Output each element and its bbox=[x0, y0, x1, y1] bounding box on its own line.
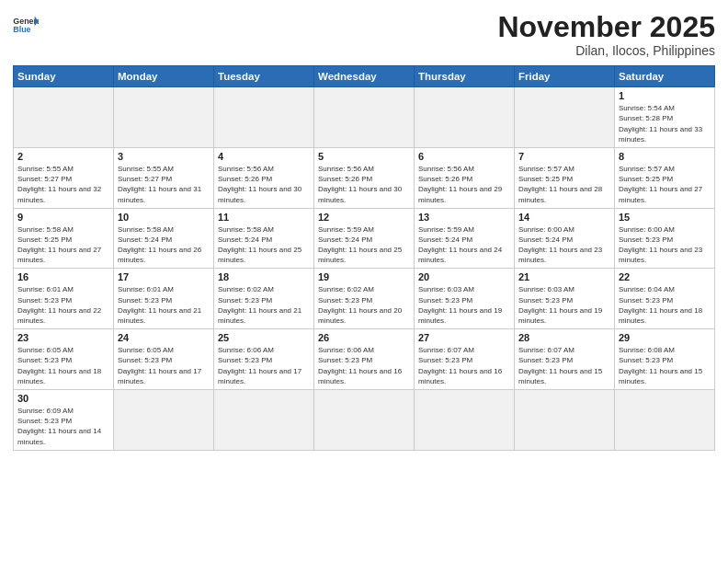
location-subtitle: Dilan, Ilocos, Philippines bbox=[497, 43, 715, 58]
day-3: 3 Sunrise: 5:55 AMSunset: 5:27 PMDayligh… bbox=[114, 147, 214, 208]
day-empty bbox=[314, 87, 415, 148]
day-8: 8 Sunrise: 5:57 AMSunset: 5:25 PMDayligh… bbox=[615, 147, 715, 208]
header-saturday: Saturday bbox=[615, 66, 715, 87]
day-empty bbox=[415, 87, 515, 148]
week-row-3: 9 Sunrise: 5:58 AMSunset: 5:25 PMDayligh… bbox=[14, 208, 715, 269]
week-row-5: 23 Sunrise: 6:05 AMSunset: 5:23 PMDaylig… bbox=[14, 329, 715, 390]
header-wednesday: Wednesday bbox=[314, 66, 415, 87]
day-29: 29 Sunrise: 6:08 AMSunset: 5:23 PMDaylig… bbox=[615, 329, 715, 390]
page: General Blue November 2025 Dilan, Ilocos… bbox=[0, 0, 728, 563]
day-24: 24 Sunrise: 6:05 AMSunset: 5:23 PMDaylig… bbox=[114, 329, 214, 390]
day-15: 15 Sunrise: 6:00 AMSunset: 5:23 PMDaylig… bbox=[615, 208, 715, 269]
day-28: 28 Sunrise: 6:07 AMSunset: 5:23 PMDaylig… bbox=[515, 329, 615, 390]
svg-text:Blue: Blue bbox=[13, 25, 30, 34]
header-tuesday: Tuesday bbox=[214, 66, 314, 87]
day-5: 5 Sunrise: 5:56 AMSunset: 5:26 PMDayligh… bbox=[314, 147, 415, 208]
week-row-6: 30 Sunrise: 6:09 AMSunset: 5:23 PMDaylig… bbox=[14, 389, 715, 450]
weekday-header-row: Sunday Monday Tuesday Wednesday Thursday… bbox=[14, 66, 715, 87]
day-empty bbox=[114, 87, 214, 148]
day-20: 20 Sunrise: 6:03 AMSunset: 5:23 PMDaylig… bbox=[415, 269, 515, 329]
day-21: 21 Sunrise: 6:03 AMSunset: 5:23 PMDaylig… bbox=[515, 269, 615, 329]
calendar-table: Sunday Monday Tuesday Wednesday Thursday… bbox=[13, 65, 715, 451]
day-7: 7 Sunrise: 5:57 AMSunset: 5:25 PMDayligh… bbox=[515, 147, 615, 208]
day-18: 18 Sunrise: 6:02 AMSunset: 5:23 PMDaylig… bbox=[214, 269, 314, 329]
header-friday: Friday bbox=[515, 66, 615, 87]
header-sunday: Sunday bbox=[14, 66, 114, 87]
month-year-title: November 2025 bbox=[497, 11, 715, 43]
day-12: 12 Sunrise: 5:59 AMSunset: 5:24 PMDaylig… bbox=[314, 208, 415, 269]
logo-icon: General Blue bbox=[13, 15, 39, 35]
week-row-1: 1 Sunrise: 5:54 AM Sunset: 5:28 PM Dayli… bbox=[14, 87, 715, 148]
day-14: 14 Sunrise: 6:00 AMSunset: 5:24 PMDaylig… bbox=[515, 208, 615, 269]
day-13: 13 Sunrise: 5:59 AMSunset: 5:24 PMDaylig… bbox=[415, 208, 515, 269]
header: General Blue November 2025 Dilan, Ilocos… bbox=[13, 11, 715, 58]
day-19: 19 Sunrise: 6:02 AMSunset: 5:23 PMDaylig… bbox=[314, 269, 415, 329]
week-row-4: 16 Sunrise: 6:01 AMSunset: 5:23 PMDaylig… bbox=[14, 269, 715, 329]
day-22: 22 Sunrise: 6:04 AMSunset: 5:23 PMDaylig… bbox=[615, 269, 715, 329]
day-9: 9 Sunrise: 5:58 AMSunset: 5:25 PMDayligh… bbox=[14, 208, 114, 269]
title-block: November 2025 Dilan, Ilocos, Philippines bbox=[497, 11, 715, 58]
day-4: 4 Sunrise: 5:56 AMSunset: 5:26 PMDayligh… bbox=[214, 147, 314, 208]
header-monday: Monday bbox=[114, 66, 214, 87]
day-23: 23 Sunrise: 6:05 AMSunset: 5:23 PMDaylig… bbox=[14, 329, 114, 390]
day-2: 2 Sunrise: 5:55 AMSunset: 5:27 PMDayligh… bbox=[14, 147, 114, 208]
day-6: 6 Sunrise: 5:56 AMSunset: 5:26 PMDayligh… bbox=[415, 147, 515, 208]
day-30: 30 Sunrise: 6:09 AMSunset: 5:23 PMDaylig… bbox=[14, 389, 114, 450]
day-empty bbox=[214, 389, 314, 450]
header-thursday: Thursday bbox=[415, 66, 515, 87]
day-empty bbox=[615, 389, 715, 450]
day-empty bbox=[14, 87, 114, 148]
day-17: 17 Sunrise: 6:01 AMSunset: 5:23 PMDaylig… bbox=[114, 269, 214, 329]
day-empty bbox=[415, 389, 515, 450]
day-empty bbox=[314, 389, 415, 450]
day-27: 27 Sunrise: 6:07 AMSunset: 5:23 PMDaylig… bbox=[415, 329, 515, 390]
day-26: 26 Sunrise: 6:06 AMSunset: 5:23 PMDaylig… bbox=[314, 329, 415, 390]
day-10: 10 Sunrise: 5:58 AMSunset: 5:24 PMDaylig… bbox=[114, 208, 214, 269]
day-1: 1 Sunrise: 5:54 AM Sunset: 5:28 PM Dayli… bbox=[615, 87, 715, 148]
day-empty bbox=[515, 389, 615, 450]
day-11: 11 Sunrise: 5:58 AMSunset: 5:24 PMDaylig… bbox=[214, 208, 314, 269]
day-empty bbox=[214, 87, 314, 148]
day-25: 25 Sunrise: 6:06 AMSunset: 5:23 PMDaylig… bbox=[214, 329, 314, 390]
day-16: 16 Sunrise: 6:01 AMSunset: 5:23 PMDaylig… bbox=[14, 269, 114, 329]
logo: General Blue bbox=[13, 15, 39, 35]
day-empty bbox=[114, 389, 214, 450]
day-empty bbox=[515, 87, 615, 148]
week-row-2: 2 Sunrise: 5:55 AMSunset: 5:27 PMDayligh… bbox=[14, 147, 715, 208]
